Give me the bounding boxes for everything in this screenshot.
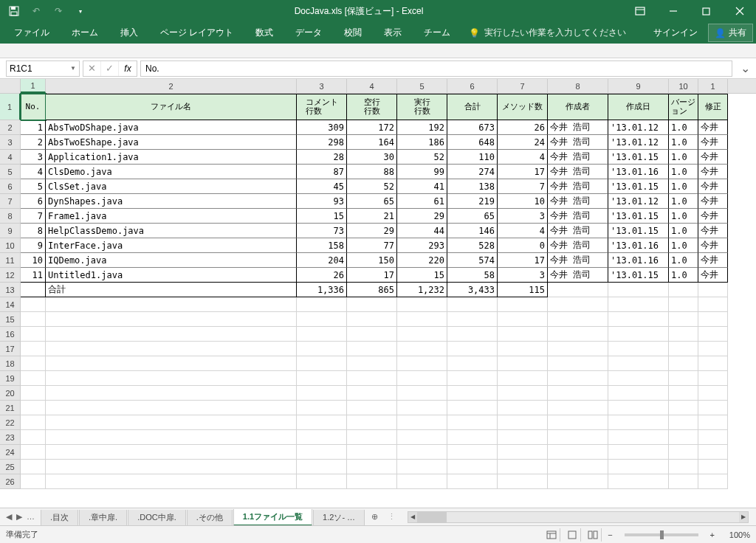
cell[interactable]: 10 — [498, 194, 548, 209]
cell[interactable]: '13.01.16 — [608, 253, 669, 268]
cell[interactable] — [347, 474, 397, 489]
cell[interactable] — [608, 460, 669, 474]
cell[interactable] — [447, 445, 498, 460]
ribbon-tab[interactable]: データ — [284, 22, 333, 44]
cell[interactable]: Frame1.java — [46, 209, 297, 224]
cell[interactable]: 1.0 — [669, 194, 698, 209]
cell[interactable] — [397, 371, 447, 386]
cell[interactable] — [608, 312, 669, 327]
cell[interactable] — [698, 401, 728, 415]
cell[interactable] — [447, 327, 498, 342]
row-header[interactable]: 22 — [0, 415, 21, 430]
page-break-view-icon[interactable] — [584, 528, 602, 542]
cell[interactable] — [698, 415, 728, 430]
ribbon-tab[interactable]: 表示 — [373, 22, 413, 44]
cell[interactable]: '13.01.15 — [608, 268, 669, 283]
cell[interactable]: 1.0 — [669, 224, 698, 238]
cell[interactable]: '13.01.15 — [608, 179, 669, 194]
cell[interactable]: Untitled1.java — [46, 268, 297, 283]
cell[interactable]: 9 — [21, 238, 46, 253]
cell[interactable] — [347, 371, 397, 386]
cell[interactable]: 今井 — [698, 165, 728, 179]
cell[interactable]: 65 — [347, 194, 397, 209]
cell[interactable] — [698, 386, 728, 401]
cell[interactable]: バージョン — [669, 94, 698, 120]
cell[interactable] — [46, 356, 297, 371]
qat-customize-icon[interactable]: ▾ — [72, 3, 89, 19]
cell[interactable] — [46, 415, 297, 430]
cell[interactable] — [297, 445, 347, 460]
cell[interactable]: 93 — [297, 194, 347, 209]
cell[interactable] — [21, 415, 46, 430]
column-header[interactable]: 5 — [397, 79, 447, 93]
cell[interactable]: 172 — [347, 120, 397, 135]
cell[interactable] — [498, 401, 548, 415]
cell[interactable] — [548, 401, 608, 415]
ribbon-tab[interactable]: ページ レイアウト — [149, 22, 244, 44]
cell[interactable] — [297, 312, 347, 327]
cell[interactable]: 29 — [347, 224, 397, 238]
cell[interactable]: 今井 浩司 — [548, 165, 608, 179]
cell[interactable]: 204 — [297, 253, 347, 268]
cell[interactable]: '13.01.15 — [608, 150, 669, 165]
cell[interactable] — [347, 297, 397, 312]
cell[interactable] — [447, 474, 498, 489]
cell[interactable] — [498, 430, 548, 445]
cell[interactable] — [548, 312, 608, 327]
cell[interactable]: 7 — [498, 179, 548, 194]
sheet-tab[interactable]: .その他 — [187, 510, 233, 526]
cell[interactable]: 今井 浩司 — [548, 150, 608, 165]
cell[interactable]: 298 — [297, 135, 347, 150]
cell[interactable] — [46, 371, 297, 386]
cell[interactable]: '13.01.16 — [608, 238, 669, 253]
cell[interactable] — [21, 445, 46, 460]
cell[interactable] — [347, 386, 397, 401]
cell[interactable] — [548, 445, 608, 460]
cell[interactable] — [347, 342, 397, 356]
cell[interactable] — [698, 342, 728, 356]
cell[interactable] — [297, 386, 347, 401]
expand-formula-bar-icon[interactable]: ⌄ — [738, 61, 752, 75]
cell[interactable] — [608, 297, 669, 312]
zoom-in-icon[interactable]: + — [707, 530, 718, 539]
column-header[interactable]: 6 — [447, 79, 498, 93]
cell[interactable] — [46, 445, 297, 460]
cell[interactable]: IQDemo.java — [46, 253, 297, 268]
cell[interactable]: 2 — [21, 135, 46, 150]
cell[interactable] — [698, 445, 728, 460]
column-header[interactable]: 3 — [297, 79, 347, 93]
fx-icon[interactable]: fx — [119, 63, 137, 74]
cell[interactable]: 1.0 — [669, 238, 698, 253]
cell[interactable]: 52 — [397, 150, 447, 165]
cell[interactable]: 4 — [498, 150, 548, 165]
cell[interactable] — [498, 342, 548, 356]
cell[interactable]: No. — [21, 94, 46, 120]
cell[interactable]: 1.0 — [669, 165, 698, 179]
cell[interactable] — [698, 297, 728, 312]
cell[interactable]: 6 — [21, 194, 46, 209]
cell[interactable]: 28 — [297, 150, 347, 165]
cell[interactable] — [21, 460, 46, 474]
cell[interactable]: 309 — [297, 120, 347, 135]
cell[interactable] — [297, 371, 347, 386]
cell[interactable] — [397, 297, 447, 312]
row-header[interactable]: 24 — [0, 445, 21, 460]
scroll-thumb[interactable] — [417, 512, 447, 522]
cell[interactable] — [608, 283, 669, 297]
cell[interactable] — [698, 283, 728, 297]
cell[interactable] — [698, 474, 728, 489]
cell[interactable] — [447, 371, 498, 386]
cell[interactable]: '13.01.12 — [608, 135, 669, 150]
cell[interactable] — [608, 430, 669, 445]
cell[interactable] — [347, 401, 397, 415]
cell[interactable]: 空行 行数 — [347, 94, 397, 120]
cell[interactable] — [498, 474, 548, 489]
cell[interactable]: DynShapes.java — [46, 194, 297, 209]
cell[interactable]: 今井 浩司 — [548, 238, 608, 253]
formula-input[interactable]: No. — [140, 60, 732, 77]
cell[interactable]: 648 — [447, 135, 498, 150]
cell[interactable]: 合計 — [447, 94, 498, 120]
cell[interactable]: 7 — [21, 209, 46, 224]
cell[interactable] — [498, 415, 548, 430]
cell[interactable] — [397, 430, 447, 445]
